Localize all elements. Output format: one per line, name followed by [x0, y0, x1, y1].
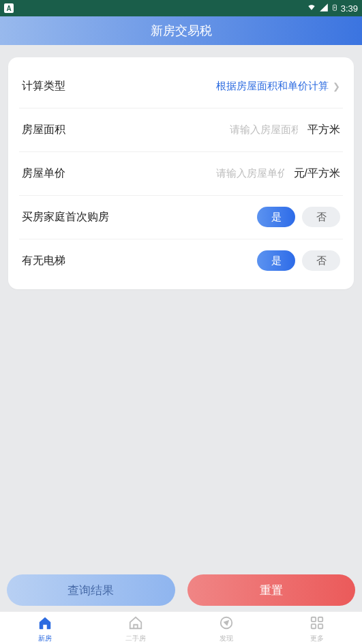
house-outline-icon — [128, 615, 143, 630]
area-input[interactable]: 请输入房屋面积 — [230, 123, 298, 136]
compass-icon — [219, 615, 234, 630]
reset-button[interactable]: 重置 — [187, 574, 356, 606]
grid-icon — [310, 615, 325, 630]
battery-icon — [331, 2, 338, 15]
bottom-nav: 新房 二手房 发现 更多 — [0, 611, 362, 644]
svg-rect-4 — [311, 624, 315, 628]
area-label: 房屋面积 — [22, 123, 65, 137]
nav-discover[interactable]: 发现 — [181, 612, 272, 644]
chevron-right-icon: ❯ — [333, 81, 340, 91]
svg-rect-5 — [318, 624, 322, 628]
row-price: 房屋单价 请输入房屋单价 元/平方米 — [8, 151, 354, 195]
nav-label: 更多 — [310, 634, 324, 643]
wifi-icon — [307, 3, 316, 14]
nav-label: 二手房 — [125, 634, 146, 643]
action-row: 查询结果 重置 — [7, 574, 355, 606]
row-first-buy: 买房家庭首次购房 是 否 — [8, 195, 354, 239]
query-button[interactable]: 查询结果 — [7, 574, 175, 606]
nav-more[interactable]: 更多 — [271, 612, 362, 644]
status-app-icon: A — [4, 3, 14, 13]
signal-icon — [319, 3, 329, 14]
status-bar: A 3:39 — [0, 0, 362, 16]
form-card: 计算类型 根据房屋面积和单价计算 ❯ 房屋面积 请输入房屋面积 平方米 房屋单价… — [8, 57, 354, 289]
house-icon — [37, 615, 52, 630]
elevator-yes-button[interactable]: 是 — [257, 250, 295, 271]
elevator-label: 有无电梯 — [22, 254, 65, 268]
first-buy-no-button[interactable]: 否 — [302, 207, 340, 227]
calc-type-value: 根据房屋面积和单价计算 — [216, 80, 329, 93]
nav-new-house[interactable]: 新房 — [0, 612, 91, 644]
price-input[interactable]: 请输入房屋单价 — [216, 167, 284, 180]
nav-label: 新房 — [38, 634, 52, 643]
first-buy-label: 买房家庭首次购房 — [22, 210, 109, 224]
svg-rect-3 — [318, 617, 322, 621]
price-unit: 元/平方米 — [294, 166, 340, 181]
first-buy-yes-button[interactable]: 是 — [257, 207, 295, 227]
app-header: 新房交易税 — [0, 16, 362, 45]
page-title: 新房交易税 — [151, 23, 212, 39]
elevator-no-button[interactable]: 否 — [302, 250, 340, 271]
svg-rect-2 — [311, 617, 315, 621]
status-time: 3:39 — [341, 3, 358, 14]
row-area: 房屋面积 请输入房屋面积 平方米 — [8, 108, 354, 151]
row-calc-type[interactable]: 计算类型 根据房屋面积和单价计算 ❯ — [8, 64, 354, 108]
price-label: 房屋单价 — [22, 166, 65, 181]
calc-type-label: 计算类型 — [22, 79, 65, 93]
nav-second-hand[interactable]: 二手房 — [91, 612, 181, 644]
area-unit: 平方米 — [307, 123, 340, 137]
nav-label: 发现 — [220, 634, 233, 643]
row-elevator: 有无电梯 是 否 — [8, 239, 354, 282]
